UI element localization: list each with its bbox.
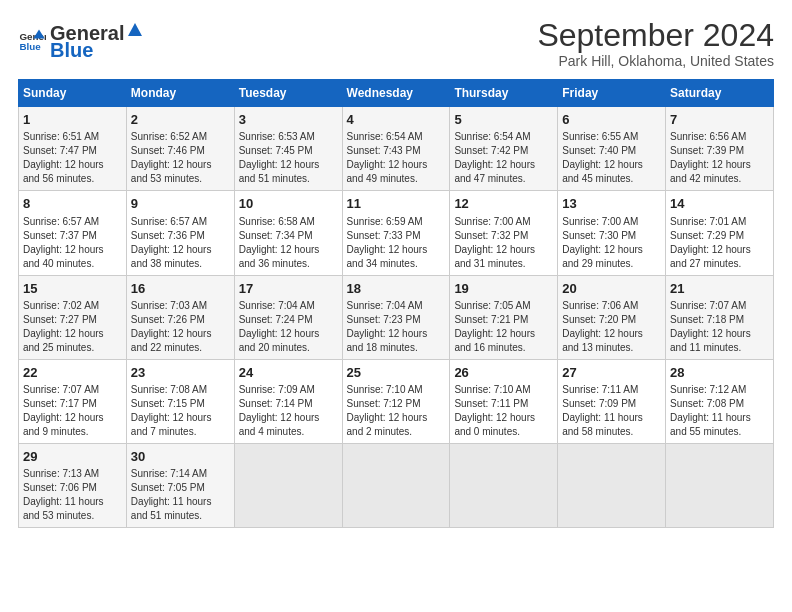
sunrise-text: Sunrise: 7:07 AM <box>23 384 99 395</box>
daylight-text: Daylight: 12 hours <box>131 328 212 339</box>
daylight-text: Daylight: 12 hours <box>23 328 104 339</box>
sunrise-text: Sunrise: 7:11 AM <box>562 384 638 395</box>
daylight-minutes-text: and 31 minutes. <box>454 258 525 269</box>
calendar-cell: 7Sunrise: 6:56 AMSunset: 7:39 PMDaylight… <box>666 107 774 191</box>
sunrise-text: Sunrise: 6:57 AM <box>23 216 99 227</box>
calendar-cell <box>234 443 342 527</box>
calendar-cell: 24Sunrise: 7:09 AMSunset: 7:14 PMDayligh… <box>234 359 342 443</box>
daylight-minutes-text: and 51 minutes. <box>239 173 310 184</box>
calendar-cell: 6Sunrise: 6:55 AMSunset: 7:40 PMDaylight… <box>558 107 666 191</box>
sunset-text: Sunset: 7:18 PM <box>670 314 744 325</box>
daylight-minutes-text: and 9 minutes. <box>23 426 89 437</box>
sunset-text: Sunset: 7:30 PM <box>562 230 636 241</box>
calendar-cell: 18Sunrise: 7:04 AMSunset: 7:23 PMDayligh… <box>342 275 450 359</box>
daylight-text: Daylight: 12 hours <box>562 244 643 255</box>
daylight-text: Daylight: 11 hours <box>131 496 212 507</box>
day-number: 21 <box>670 280 769 298</box>
sunrise-text: Sunrise: 7:00 AM <box>562 216 638 227</box>
day-number: 6 <box>562 111 661 129</box>
daylight-text: Daylight: 12 hours <box>239 328 320 339</box>
daylight-text: Daylight: 12 hours <box>347 412 428 423</box>
sunset-text: Sunset: 7:37 PM <box>23 230 97 241</box>
daylight-minutes-text: and 55 minutes. <box>670 426 741 437</box>
weekday-header-saturday: Saturday <box>666 80 774 107</box>
calendar-cell: 17Sunrise: 7:04 AMSunset: 7:24 PMDayligh… <box>234 275 342 359</box>
daylight-minutes-text: and 58 minutes. <box>562 426 633 437</box>
calendar-cell: 8Sunrise: 6:57 AMSunset: 7:37 PMDaylight… <box>19 191 127 275</box>
sunset-text: Sunset: 7:12 PM <box>347 398 421 409</box>
calendar-week-row: 1Sunrise: 6:51 AMSunset: 7:47 PMDaylight… <box>19 107 774 191</box>
daylight-text: Daylight: 12 hours <box>562 328 643 339</box>
calendar-cell <box>450 443 558 527</box>
day-number: 9 <box>131 195 230 213</box>
day-number: 7 <box>670 111 769 129</box>
calendar-week-row: 29Sunrise: 7:13 AMSunset: 7:06 PMDayligh… <box>19 443 774 527</box>
sunset-text: Sunset: 7:14 PM <box>239 398 313 409</box>
sunrise-text: Sunrise: 6:54 AM <box>347 131 423 142</box>
sunrise-text: Sunrise: 7:14 AM <box>131 468 207 479</box>
daylight-text: Daylight: 12 hours <box>23 412 104 423</box>
calendar-cell: 3Sunrise: 6:53 AMSunset: 7:45 PMDaylight… <box>234 107 342 191</box>
daylight-minutes-text: and 38 minutes. <box>131 258 202 269</box>
day-number: 27 <box>562 364 661 382</box>
calendar-week-row: 22Sunrise: 7:07 AMSunset: 7:17 PMDayligh… <box>19 359 774 443</box>
sunrise-text: Sunrise: 7:08 AM <box>131 384 207 395</box>
sunrise-text: Sunrise: 7:07 AM <box>670 300 746 311</box>
location-title: Park Hill, Oklahoma, United States <box>537 53 774 69</box>
sunrise-text: Sunrise: 7:05 AM <box>454 300 530 311</box>
daylight-text: Daylight: 12 hours <box>347 159 428 170</box>
sunset-text: Sunset: 7:34 PM <box>239 230 313 241</box>
sunset-text: Sunset: 7:39 PM <box>670 145 744 156</box>
day-number: 26 <box>454 364 553 382</box>
calendar-cell: 28Sunrise: 7:12 AMSunset: 7:08 PMDayligh… <box>666 359 774 443</box>
daylight-minutes-text: and 53 minutes. <box>23 510 94 521</box>
daylight-minutes-text: and 56 minutes. <box>23 173 94 184</box>
sunset-text: Sunset: 7:08 PM <box>670 398 744 409</box>
day-number: 24 <box>239 364 338 382</box>
day-number: 25 <box>347 364 446 382</box>
month-title: September 2024 <box>537 18 774 53</box>
day-number: 22 <box>23 364 122 382</box>
sunrise-text: Sunrise: 6:58 AM <box>239 216 315 227</box>
sunrise-text: Sunrise: 7:13 AM <box>23 468 99 479</box>
day-number: 29 <box>23 448 122 466</box>
sunset-text: Sunset: 7:46 PM <box>131 145 205 156</box>
daylight-minutes-text: and 29 minutes. <box>562 258 633 269</box>
sunset-text: Sunset: 7:05 PM <box>131 482 205 493</box>
sunset-text: Sunset: 7:17 PM <box>23 398 97 409</box>
sunrise-text: Sunrise: 7:10 AM <box>347 384 423 395</box>
calendar-cell: 5Sunrise: 6:54 AMSunset: 7:42 PMDaylight… <box>450 107 558 191</box>
calendar-cell: 13Sunrise: 7:00 AMSunset: 7:30 PMDayligh… <box>558 191 666 275</box>
calendar-cell: 2Sunrise: 6:52 AMSunset: 7:46 PMDaylight… <box>126 107 234 191</box>
calendar-cell: 16Sunrise: 7:03 AMSunset: 7:26 PMDayligh… <box>126 275 234 359</box>
calendar-cell: 20Sunrise: 7:06 AMSunset: 7:20 PMDayligh… <box>558 275 666 359</box>
day-number: 30 <box>131 448 230 466</box>
daylight-minutes-text: and 0 minutes. <box>454 426 520 437</box>
sunrise-text: Sunrise: 7:03 AM <box>131 300 207 311</box>
calendar-cell: 27Sunrise: 7:11 AMSunset: 7:09 PMDayligh… <box>558 359 666 443</box>
sunrise-text: Sunrise: 6:55 AM <box>562 131 638 142</box>
daylight-text: Daylight: 12 hours <box>131 244 212 255</box>
header-section: General Blue General Blue September 2024… <box>18 18 774 69</box>
weekday-header-monday: Monday <box>126 80 234 107</box>
daylight-text: Daylight: 12 hours <box>23 244 104 255</box>
daylight-text: Daylight: 12 hours <box>239 244 320 255</box>
sunset-text: Sunset: 7:26 PM <box>131 314 205 325</box>
day-number: 2 <box>131 111 230 129</box>
daylight-minutes-text: and 13 minutes. <box>562 342 633 353</box>
sunrise-text: Sunrise: 7:02 AM <box>23 300 99 311</box>
daylight-minutes-text: and 51 minutes. <box>131 510 202 521</box>
calendar-header-row: SundayMondayTuesdayWednesdayThursdayFrid… <box>19 80 774 107</box>
sunrise-text: Sunrise: 7:04 AM <box>239 300 315 311</box>
day-number: 28 <box>670 364 769 382</box>
daylight-minutes-text: and 53 minutes. <box>131 173 202 184</box>
logo-icon: General Blue <box>18 26 46 54</box>
calendar-cell: 14Sunrise: 7:01 AMSunset: 7:29 PMDayligh… <box>666 191 774 275</box>
sunrise-text: Sunrise: 6:53 AM <box>239 131 315 142</box>
logo: General Blue General Blue <box>18 18 146 62</box>
calendar-cell: 1Sunrise: 6:51 AMSunset: 7:47 PMDaylight… <box>19 107 127 191</box>
sunrise-text: Sunrise: 7:00 AM <box>454 216 530 227</box>
day-number: 14 <box>670 195 769 213</box>
day-number: 23 <box>131 364 230 382</box>
day-number: 11 <box>347 195 446 213</box>
